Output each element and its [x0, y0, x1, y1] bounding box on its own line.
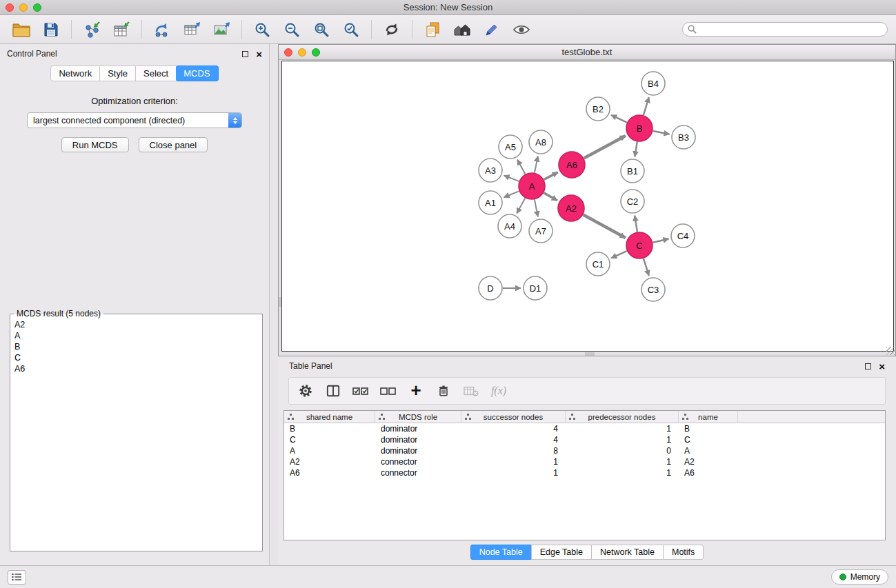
graph-edge-C-C4[interactable] [653, 239, 669, 243]
table-cell[interactable]: 4 [461, 423, 566, 434]
table-row[interactable]: Cdominator41C [284, 434, 885, 445]
column-header-successor-nodes[interactable]: successor nodes [461, 411, 566, 423]
table-cell[interactable]: connector [375, 467, 461, 478]
select-all-button[interactable] [350, 380, 372, 402]
network-canvas[interactable]: B4B2BB3A5A8A6B1A3AA1C2A2A4A7C4CC1C3DD1 [281, 61, 894, 352]
graph-node-C[interactable]: C [626, 232, 653, 258]
graph-edge-A6-B[interactable] [584, 136, 626, 159]
tab-motifs[interactable]: Motifs [663, 545, 704, 560]
graph-edge-A-A2[interactable] [544, 193, 557, 201]
mcds-result-item[interactable]: A2 [14, 319, 262, 330]
column-header-MCDS-role[interactable]: MCDS role [375, 411, 461, 423]
close-panel-icon[interactable]: × [879, 361, 885, 372]
column-header-shared-name[interactable]: shared name [284, 411, 375, 423]
graph-node-A8[interactable]: A8 [529, 130, 552, 154]
show-columns-button[interactable] [322, 380, 344, 402]
table-cell[interactable]: 1 [461, 456, 566, 467]
mcds-result-item[interactable]: C [14, 352, 262, 363]
close-panel-button[interactable]: Close panel [139, 137, 208, 152]
table-cell[interactable]: A6 [284, 467, 375, 478]
table-cell[interactable]: 1 [461, 467, 566, 478]
close-traffic-light[interactable] [6, 3, 14, 12]
create-column-button[interactable]: + [405, 380, 427, 402]
mcds-result-list[interactable]: A2ABCA6 [10, 314, 262, 551]
table-cell[interactable]: 1 [566, 456, 679, 467]
criterion-select[interactable]: largest connected component (directed) [27, 112, 242, 128]
zoom-selected-button[interactable] [338, 18, 364, 41]
deselect-all-button[interactable] [377, 380, 399, 402]
float-window-icon[interactable] [242, 51, 248, 57]
zoom-fit-button[interactable] [308, 18, 335, 41]
close-panel-icon[interactable]: × [256, 49, 262, 59]
graph-node-C2[interactable]: C2 [621, 190, 644, 213]
graph-node-A4[interactable]: A4 [498, 214, 521, 238]
graph-node-B1[interactable]: B1 [621, 159, 644, 183]
graph-edge-B-B3[interactable] [653, 131, 670, 134]
window-edge-handle[interactable] [279, 297, 281, 307]
table-row[interactable]: Adominator80A [284, 445, 885, 456]
graph-edge-A-A8[interactable] [535, 156, 538, 173]
table-cell[interactable]: C [679, 434, 738, 445]
table-cell[interactable]: A6 [679, 467, 738, 478]
table-cell[interactable]: 0 [566, 445, 679, 456]
tab-network[interactable]: Network [50, 65, 100, 81]
window-edge-handle[interactable] [585, 352, 595, 356]
graph-node-A6[interactable]: A6 [559, 152, 585, 178]
table-cell[interactable]: dominator [375, 434, 461, 445]
graph-edge-A-A7[interactable] [535, 200, 538, 217]
graph-edge-B-B1[interactable] [635, 142, 637, 157]
memory-button[interactable]: Memory [831, 569, 888, 585]
table-cell[interactable]: connector [375, 456, 461, 467]
column-header-predecessor-nodes[interactable]: predecessor nodes [566, 411, 679, 423]
table-cell[interactable]: A [284, 445, 375, 456]
table-cell[interactable]: 1 [566, 434, 679, 445]
graph-edge-A-A3[interactable] [504, 176, 519, 181]
table-cell[interactable]: B [679, 423, 738, 434]
graph-node-C3[interactable]: C3 [641, 278, 665, 301]
tab-edge-table[interactable]: Edge Table [531, 545, 592, 560]
graph-node-A5[interactable]: A5 [499, 135, 522, 159]
graph-node-D1[interactable]: D1 [524, 276, 547, 300]
graph-edge-B-B4[interactable] [644, 97, 649, 115]
table-cell[interactable]: C [284, 434, 375, 445]
graph-node-A3[interactable]: A3 [479, 159, 502, 182]
open-session-button[interactable] [8, 18, 34, 41]
net-close-traffic-light[interactable] [284, 48, 292, 57]
graph-edge-B-B2[interactable] [611, 115, 627, 123]
mcds-result-item[interactable]: A [14, 330, 262, 341]
export-image-button[interactable] [208, 18, 235, 41]
graph-node-A2[interactable]: A2 [558, 195, 584, 221]
graph-node-B2[interactable]: B2 [586, 97, 610, 121]
graph-node-C4[interactable]: C4 [671, 224, 695, 247]
graph-node-B[interactable]: B [626, 115, 653, 141]
float-window-icon[interactable] [865, 363, 871, 369]
graph-node-A7[interactable]: A7 [529, 219, 552, 243]
table-cell[interactable]: 4 [461, 434, 566, 445]
export-network-button[interactable] [149, 18, 175, 41]
save-session-button[interactable] [38, 18, 64, 41]
graph-node-B4[interactable]: B4 [641, 72, 665, 95]
table-cell[interactable]: 1 [566, 467, 679, 478]
table-row[interactable]: A6connector11A6 [284, 467, 885, 478]
table-row[interactable]: A2connector11A2 [284, 456, 885, 467]
tab-node-table[interactable]: Node Table [470, 545, 532, 560]
mcds-result-item[interactable]: B [14, 341, 262, 352]
tab-select[interactable]: Select [136, 65, 177, 81]
search-field[interactable] [682, 22, 888, 37]
graph-node-D[interactable]: D [479, 276, 502, 300]
import-network-button[interactable] [79, 18, 105, 41]
graph-node-A[interactable]: A [519, 173, 545, 199]
minimize-traffic-light[interactable] [19, 3, 28, 12]
graph-node-C1[interactable]: C1 [586, 252, 610, 276]
graph-edge-A-A6[interactable] [544, 172, 558, 180]
run-mcds-button[interactable]: Run MCDS [61, 137, 129, 152]
tab-mcds[interactable]: MCDS [176, 65, 218, 81]
tab-network-table[interactable]: Network Table [591, 545, 664, 560]
net-zoom-traffic-light[interactable] [312, 48, 320, 57]
graph-edge-A-A5[interactable] [517, 159, 525, 174]
table-cell[interactable]: A2 [679, 456, 738, 467]
first-neighbors-button[interactable] [449, 18, 475, 41]
graph-edge-A-A4[interactable] [517, 199, 525, 214]
table-cell[interactable]: A [679, 445, 738, 456]
search-input[interactable] [700, 25, 882, 34]
